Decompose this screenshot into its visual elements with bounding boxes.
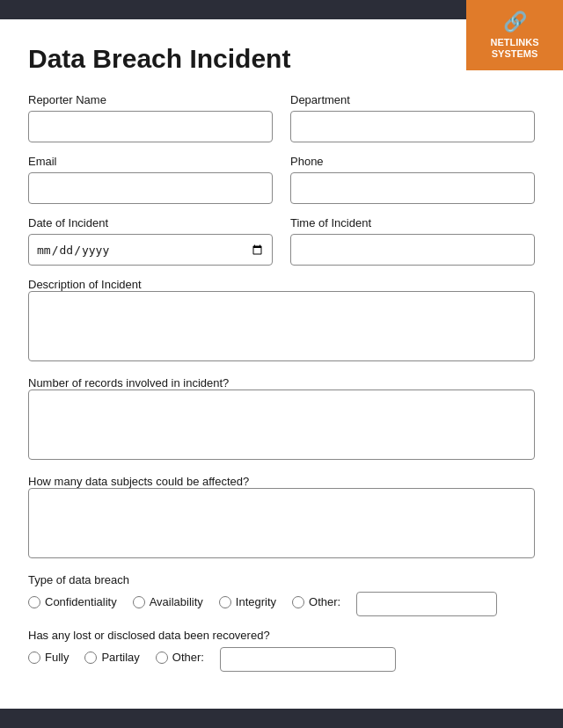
bottom-bar <box>0 709 563 728</box>
date-incident-input[interactable] <box>28 234 273 266</box>
recovered-other-radio[interactable] <box>156 652 168 664</box>
description-input[interactable] <box>28 291 535 361</box>
email-input[interactable] <box>28 172 273 204</box>
reporter-name-input[interactable] <box>28 111 273 142</box>
page-title: Data Breach Incident <box>28 44 535 74</box>
breach-availability-radio[interactable] <box>133 596 145 608</box>
reporter-name-group: Reporter Name <box>28 93 273 142</box>
logo-icon: 🔗 <box>503 11 527 33</box>
breach-confidentiality[interactable]: Confidentiality <box>28 595 117 608</box>
num-records-label: Number of records involved in incident? <box>28 376 229 389</box>
num-records-group: Number of records involved in incident? <box>28 376 535 462</box>
recovered-partilay[interactable]: Partilay <box>84 651 139 664</box>
date-incident-label: Date of Incident <box>28 216 273 229</box>
data-subjects-label: How many data subjects could be affected… <box>28 475 249 488</box>
recovered-other-label: Other: <box>172 651 204 664</box>
reporter-name-label: Reporter Name <box>28 93 273 106</box>
num-records-input[interactable] <box>28 389 535 460</box>
data-recovered-options: Fully Partilay Other: <box>28 647 535 672</box>
department-group: Department <box>290 93 535 142</box>
recovered-other-group: Other: <box>156 647 396 672</box>
recovered-fully[interactable]: Fully <box>28 651 69 664</box>
description-label: Description of Incident <box>28 278 142 291</box>
breach-other-group: Other: <box>292 592 497 616</box>
email-label: Email <box>28 155 273 168</box>
data-recovered-section: Has any lost or disclosed data been reco… <box>28 629 535 672</box>
recovered-partilay-label: Partilay <box>101 651 139 664</box>
breach-type-label: Type of data breach <box>28 573 535 586</box>
breach-type-options: Confidentiality Availability Integrity O… <box>28 592 535 616</box>
recovered-partilay-radio[interactable] <box>84 652 97 664</box>
phone-group: Phone <box>290 155 535 204</box>
breach-other-input[interactable] <box>356 592 497 616</box>
recovered-fully-label: Fully <box>45 651 69 664</box>
breach-other-label: Other: <box>309 595 340 608</box>
date-incident-group: Date of Incident <box>28 216 273 266</box>
data-recovered-label: Has any lost or disclosed data been reco… <box>28 629 535 642</box>
logo-text: NETLINKSSYSTEMS <box>491 37 539 60</box>
data-subjects-group: How many data subjects could be affected… <box>28 475 535 561</box>
breach-other[interactable]: Other: <box>292 595 340 608</box>
phone-input[interactable] <box>290 172 535 204</box>
data-subjects-input[interactable] <box>28 488 535 558</box>
department-input[interactable] <box>290 111 535 142</box>
phone-label: Phone <box>290 155 535 168</box>
breach-integrity-radio[interactable] <box>219 596 231 608</box>
time-incident-label: Time of Incident <box>290 216 535 229</box>
recovered-other-input[interactable] <box>220 647 396 672</box>
email-group: Email <box>28 155 273 204</box>
breach-type-section: Type of data breach Confidentiality Avai… <box>28 573 535 616</box>
description-group: Description of Incident <box>28 278 535 364</box>
breach-availability[interactable]: Availability <box>133 595 203 608</box>
breach-integrity[interactable]: Integrity <box>219 595 276 608</box>
logo-badge: 🔗 NETLINKSSYSTEMS <box>466 0 563 70</box>
recovered-other[interactable]: Other: <box>156 651 204 664</box>
recovered-fully-radio[interactable] <box>28 652 40 664</box>
breach-other-radio[interactable] <box>292 596 304 608</box>
breach-confidentiality-radio[interactable] <box>28 596 40 608</box>
department-label: Department <box>290 93 535 106</box>
time-incident-input[interactable] <box>290 234 535 266</box>
breach-availability-label: Availability <box>150 595 203 608</box>
breach-integrity-label: Integrity <box>236 595 276 608</box>
breach-confidentiality-label: Confidentiality <box>45 595 117 608</box>
time-incident-group: Time of Incident <box>290 216 535 266</box>
